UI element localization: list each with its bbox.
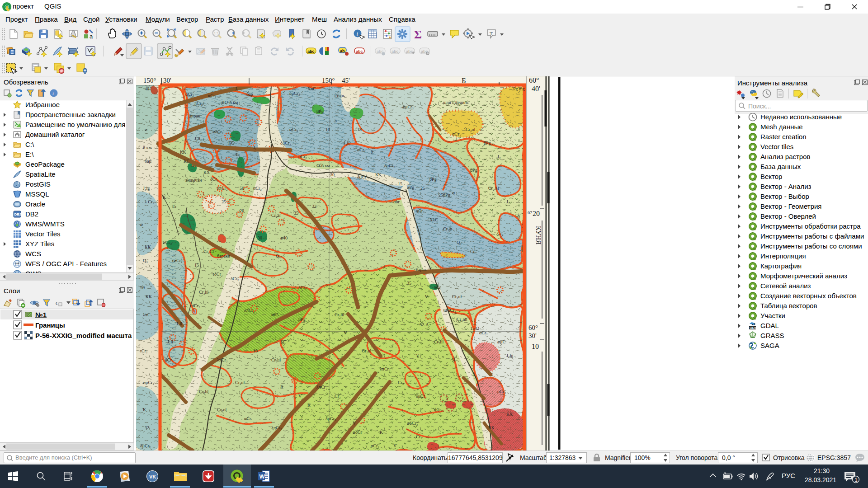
svg-text:60°: 60° [529, 76, 539, 84]
svg-text:αCr: αCr [244, 416, 251, 421]
svg-text:15: 15 [194, 263, 199, 267]
svg-text:35: 35 [294, 211, 298, 216]
svg-text:WMS/WMTS: WMS/WMTS [25, 220, 65, 228]
svg-text:8: 8 [371, 150, 373, 155]
svg-text:J₂ll: J₂ll [344, 141, 349, 145]
svg-text:J₁: J₁ [253, 145, 256, 150]
svg-text:15: 15 [172, 204, 176, 209]
svg-text:αCr₂: αCr₂ [479, 330, 488, 335]
svg-text:Вектор - Анализ: Вектор - Анализ [760, 183, 811, 190]
svg-text:βPg: βPg [316, 109, 324, 114]
svg-text:αCт₂: αCт₂ [452, 131, 461, 136]
svg-text:Интерполяция: Интерполяция [760, 252, 806, 260]
svg-text:J₂: J₂ [497, 154, 500, 159]
svg-text:Raster creation: Raster creation [760, 133, 807, 141]
svg-text:КС: КС [280, 339, 286, 344]
svg-text:5: 5 [335, 118, 337, 123]
svg-text:δμCr₂: δμCr₂ [289, 91, 300, 96]
svg-text:αCr₂: αCr₂ [371, 443, 379, 448]
svg-text:150°: 150° [143, 77, 156, 84]
svg-text:45': 45' [342, 77, 350, 84]
svg-text:Cr₂ol: Cr₂ol [362, 348, 371, 353]
svg-text:λπCr₂: λπCr₂ [217, 357, 227, 362]
svg-text:⌀: ⌀ [145, 127, 147, 132]
svg-text:λπCг₂: λπCг₂ [316, 385, 327, 389]
svg-text:tCr₂: tCr₂ [140, 348, 147, 353]
svg-text:Ч: Ч [452, 357, 455, 362]
svg-text:Pg mg: Pg mg [513, 86, 525, 91]
svg-text:Анализ растров: Анализ растров [760, 153, 811, 160]
svg-text:КС: КС [228, 141, 234, 145]
svg-text:10: 10 [532, 343, 539, 350]
svg-text:18: 18 [357, 127, 362, 132]
svg-text:20: 20 [533, 210, 540, 217]
svg-text:40': 40' [532, 85, 540, 93]
svg-text:⌀Cr₂: ⌀Cr₂ [289, 127, 298, 132]
svg-text:i: i [52, 90, 54, 96]
svg-text:Q₄: Q₄ [276, 253, 281, 258]
svg-text:бар: бар [145, 159, 151, 164]
svg-text:Таблица векторов: Таблица векторов [760, 302, 817, 310]
svg-text:δμCr₂: δμCr₂ [140, 443, 151, 448]
svg-text:βPg: βPg [470, 168, 477, 173]
svg-text:Cr₂ul: Cr₂ul [335, 312, 344, 317]
svg-text:P-56-XXXIG_modified масшта: P-56-XXXIG_modified масшта [35, 332, 132, 339]
svg-text:Cr₂ul: Cr₂ul [271, 357, 281, 362]
svg-text:30: 30 [258, 235, 262, 240]
svg-text:δCr₅: δCr₅ [210, 177, 218, 182]
svg-text:DB2: DB2 [25, 210, 38, 218]
svg-text:КК: КК [145, 244, 151, 249]
svg-text:КХ: КХ [203, 170, 210, 175]
svg-text:бараки: бараки [217, 253, 231, 258]
svg-text:GRASS: GRASS [760, 332, 784, 339]
svg-text:Инструменты работы с файлами: Инструменты работы с файлами [760, 232, 864, 240]
svg-text:Домашний каталог: Домашний каталог [25, 131, 85, 138]
svg-text:30': 30' [163, 77, 171, 84]
svg-text:1: 1 [855, 477, 858, 483]
svg-text:βPg: βPg [298, 317, 306, 322]
svg-text:Участки: Участки [760, 312, 785, 319]
svg-text:αCr₂: αCr₂ [185, 92, 194, 97]
svg-text:τ⌀πCr₂: τ⌀πCr₂ [443, 308, 456, 313]
svg-text:67: 67 [528, 210, 532, 215]
svg-text:КК: КК [146, 294, 152, 299]
svg-text:КК: КК [375, 172, 382, 177]
svg-text:Cr₂ar: Cr₂ar [271, 213, 281, 218]
svg-text:⌀μC: ⌀μC [497, 339, 505, 344]
svg-text:КУНЯ: КУНЯ [535, 226, 542, 244]
svg-text:GDAL: GDAL [750, 326, 760, 330]
svg-text:бар: бар [246, 92, 253, 97]
svg-text:T: T [490, 31, 493, 36]
svg-text:αCr₂: αCr₂ [208, 93, 217, 98]
svg-text:δμCг: δμCг [357, 174, 367, 179]
svg-text:ВО-й км: ВО-й км [222, 100, 238, 105]
svg-text:Oracle: Oracle [25, 200, 45, 208]
svg-text:DB2: DB2 [14, 212, 22, 216]
svg-text:Избранное: Избранное [25, 101, 60, 108]
svg-text:32: 32 [145, 425, 149, 430]
svg-text:Морфометрический анализ: Морфометрический анализ [760, 272, 847, 280]
svg-text:50: 50 [140, 285, 145, 290]
svg-text:δCr₂: δCr₂ [165, 357, 173, 362]
svg-text:Инструменты работы со слоями: Инструменты работы со слоями [760, 242, 862, 250]
svg-text:КХ: КХ [506, 412, 513, 417]
svg-text:КК: КК [180, 150, 186, 155]
svg-text:V: V [344, 330, 347, 335]
svg-text:30: 30 [330, 172, 335, 177]
svg-text:Cr₂hl: Cr₂hl [199, 389, 208, 394]
svg-text:Vector Tiles: Vector Tiles [25, 230, 61, 238]
svg-text:40: 40 [145, 86, 149, 91]
svg-text:20: 20 [240, 208, 244, 213]
svg-text:Cr₂hl: Cr₂hl [199, 290, 208, 295]
svg-text:1542: 1542 [470, 326, 479, 331]
svg-text:Размещение по умолчанию для: Размещение по умолчанию для [25, 121, 125, 128]
svg-text:V: V [416, 353, 420, 358]
svg-text:Vector tiles: Vector tiles [760, 143, 793, 150]
svg-text:δCr₂: δCr₂ [231, 276, 239, 281]
svg-text:Cr₂⌀: Cr₂⌀ [443, 226, 452, 231]
svg-text:№1: №1 [35, 311, 47, 319]
svg-text:αCr₂: αCr₂ [253, 186, 262, 191]
svg-text:32: 32 [312, 204, 316, 209]
svg-text:πCr₂: πCr₂ [194, 101, 203, 106]
svg-text:Б: Б [462, 76, 466, 85]
